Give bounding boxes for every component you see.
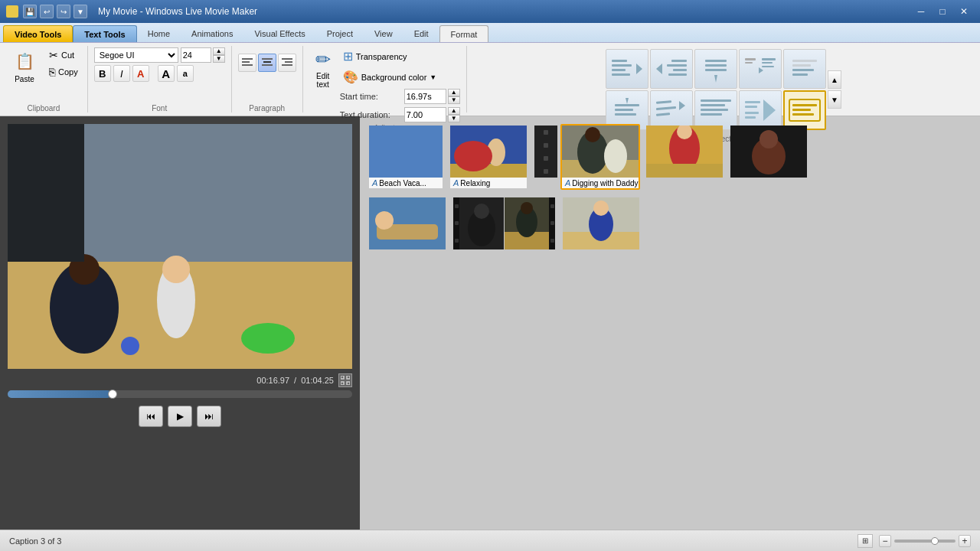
undo-quick-btn[interactable]: ↩ [40, 5, 54, 18]
font-controls: Segoe UI ▲ ▼ B I A A [94, 46, 225, 82]
italic-button[interactable]: I [113, 65, 130, 82]
svg-rect-23 [745, 58, 756, 60]
font-size-down[interactable]: ▼ [213, 55, 225, 63]
clip-thumb-digging [562, 126, 639, 178]
svg-rect-19 [705, 60, 727, 62]
cut-button[interactable]: ✂ Cut [46, 47, 81, 63]
text-duration-down[interactable]: ▼ [448, 115, 460, 122]
edit-text-button[interactable]: ✏ Edittext [309, 46, 337, 92]
font-family-select[interactable]: Segoe UI [94, 47, 178, 63]
svg-rect-45 [745, 101, 760, 103]
effects-content: ▲ ▼ [603, 46, 844, 133]
tab-format[interactable]: Format [439, 25, 489, 42]
zoom-slider[interactable] [894, 540, 956, 543]
effect-scroll-left[interactable] [606, 49, 648, 89]
svg-point-92 [521, 202, 533, 214]
clip-child-beach[interactable] [561, 196, 641, 251]
clip-thumb-dark [730, 126, 807, 178]
svg-rect-1 [242, 61, 250, 63]
window-title: My Movie - Windows Live Movie Maker [98, 6, 257, 17]
save-quick-btn[interactable]: 💾 [23, 5, 37, 18]
time-separator: / [294, 376, 296, 385]
tab-animations[interactable]: Animations [181, 25, 243, 42]
tab-text-tools[interactable]: Text Tools [73, 25, 136, 42]
font-grow-button[interactable]: A [158, 65, 175, 82]
effects-scroll-up[interactable]: ▲ [828, 70, 841, 89]
fast-forward-button[interactable]: ⏭ [197, 406, 221, 427]
effects-scroll-down[interactable]: ▼ [828, 90, 841, 109]
bold-button[interactable]: B [94, 65, 111, 82]
tab-home[interactable]: Home [137, 25, 181, 42]
effect-zoom[interactable] [739, 49, 782, 89]
tab-view[interactable]: View [364, 25, 403, 42]
effect-fly-in[interactable] [694, 49, 737, 89]
timeline-thumb[interactable] [108, 390, 117, 399]
clip-red-shirt[interactable] [645, 124, 724, 190]
cut-icon: ✂ [49, 49, 58, 61]
background-color-button[interactable]: 🎨 Background color ▼ [340, 68, 460, 86]
paste-label: Paste [15, 75, 34, 83]
fullscreen-button[interactable] [338, 373, 352, 387]
start-time-input-row: ▲ ▼ [404, 89, 460, 104]
svg-rect-4 [263, 61, 271, 63]
cut-label: Cut [61, 51, 74, 60]
storyboard-view-btn[interactable]: ⊞ [858, 534, 873, 548]
text-duration-input-row: ▲ ▼ [404, 107, 460, 122]
svg-rect-15 [667, 64, 687, 67]
font-size-input[interactable] [181, 47, 211, 63]
font-color-button[interactable]: A [132, 65, 149, 82]
video-preview-panel: 00:16.97 / 01:04.25 ⏮ ▶ ⏭ [0, 116, 360, 530]
film-frames [459, 197, 549, 249]
clip-relaxing[interactable]: A Relaxing [449, 124, 528, 190]
font-content: Segoe UI ▲ ▼ B I A A [94, 46, 225, 103]
tab-project[interactable]: Project [316, 25, 364, 42]
total-time: 01:04.25 [301, 376, 334, 385]
clip-digging-daddy[interactable]: A Digging with Daddy [560, 124, 640, 190]
transparency-button[interactable]: ⊞ Transparency [340, 47, 460, 65]
zoom-in-button[interactable]: + [959, 535, 971, 547]
rewind-button[interactable]: ⏮ [139, 406, 163, 427]
zoom-out-button[interactable]: − [879, 535, 891, 547]
zoom-slider-thumb[interactable] [931, 537, 939, 545]
align-left-button[interactable] [238, 54, 256, 72]
svg-rect-44 [701, 113, 722, 116]
align-center-button[interactable] [258, 54, 276, 72]
paste-button[interactable]: 📋 Paste [6, 46, 43, 86]
quick-access-toolbar: 💾 ↩ ↪ ▼ [23, 5, 87, 18]
font-shrink-button[interactable]: a [177, 65, 194, 82]
clip-transition-1[interactable] [533, 124, 556, 190]
svg-rect-79 [646, 164, 723, 178]
clipboard-group: 📋 Paste ✂ Cut ⎘ Copy Clipboard [0, 46, 88, 112]
align-right-button[interactable] [278, 54, 296, 72]
storyboard-panel: A Beach Vaca... A Relaxing [360, 116, 980, 530]
svg-marker-40 [679, 101, 685, 110]
tab-edit[interactable]: Edit [403, 25, 439, 42]
maximize-button[interactable]: □ [933, 4, 952, 19]
start-time-down[interactable]: ▼ [448, 96, 460, 104]
tab-video-tools[interactable]: Video Tools [3, 25, 73, 42]
effect-scroll-right[interactable] [650, 49, 693, 89]
font-group: Segoe UI ▲ ▼ B I A A [88, 46, 232, 112]
play-button[interactable]: ▶ [168, 406, 192, 427]
tab-visual-effects[interactable]: Visual Effects [243, 25, 315, 42]
clip-lying[interactable] [368, 196, 447, 251]
svg-marker-36 [626, 98, 629, 104]
start-time-input[interactable] [404, 89, 446, 104]
text-duration-up[interactable]: ▲ [448, 107, 460, 115]
clip-dark[interactable] [729, 124, 808, 190]
redo-quick-btn[interactable]: ↪ [57, 5, 70, 18]
text-duration-input[interactable] [404, 107, 446, 122]
effect-appear[interactable] [783, 49, 826, 89]
close-button[interactable]: ✕ [954, 4, 974, 19]
dropdown-quick-btn[interactable]: ▼ [74, 5, 87, 18]
font-size-up[interactable]: ▲ [213, 47, 225, 55]
start-time-up[interactable]: ▲ [448, 89, 460, 96]
clip-beach-vaca[interactable]: A Beach Vaca... [368, 124, 444, 190]
svg-rect-63 [341, 376, 344, 379]
minimize-button[interactable]: ─ [911, 4, 931, 19]
timeline-bar[interactable] [8, 390, 352, 398]
svg-rect-42 [701, 104, 725, 106]
clip-film-strip[interactable] [452, 196, 557, 251]
storyboard-row-1: A Beach Vaca... A Relaxing [368, 124, 972, 190]
copy-button[interactable]: ⎘ Copy [46, 64, 81, 80]
